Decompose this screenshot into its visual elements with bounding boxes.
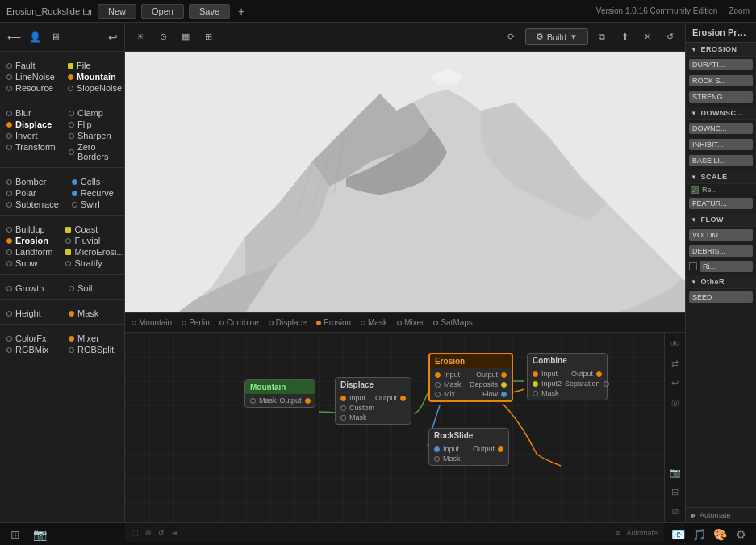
inhibit-btn[interactable]: INHIBIT... — [689, 139, 753, 150]
sidebar-item-recurve[interactable]: Recurve — [65, 187, 124, 199]
close-icon[interactable]: ✕ — [638, 28, 656, 46]
sidebar-item-slopenoise[interactable]: SlopeNoise — [61, 82, 124, 94]
add-tab-button[interactable]: + — [235, 5, 248, 18]
sun-icon[interactable]: ☀ — [132, 28, 149, 46]
new-button[interactable]: New — [98, 4, 136, 19]
layers-icon[interactable]: ⧉ — [667, 503, 683, 519]
sidebar-item-zeroborders[interactable]: Zero Borders — [62, 141, 124, 162]
sidebar-item-rgbmix[interactable]: RGBMix — [0, 344, 62, 355]
grid-icon[interactable]: ▦ — [177, 28, 194, 46]
camera-icon[interactable]: 📷 — [667, 464, 683, 480]
route-icon[interactable]: ⇥ — [171, 529, 178, 537]
erosion-node[interactable]: Erosion Input Output Mask — [428, 353, 513, 402]
sidebar-item-transform[interactable]: Transform — [0, 141, 62, 153]
scale-checkbox[interactable]: ✓ — [691, 186, 699, 194]
sidebar-item-growth[interactable]: Growth — [0, 283, 62, 294]
open-button[interactable]: Open — [141, 4, 184, 19]
sidebar-item-sharpen[interactable]: Sharpen — [62, 130, 124, 141]
build-dropdown-icon[interactable]: ▼ — [570, 32, 578, 41]
app-icon-7[interactable]: 🎨 — [711, 526, 729, 543]
node-tab-mixer[interactable]: Mixer — [397, 318, 424, 327]
app-icon-8[interactable]: ⚙ — [732, 526, 750, 543]
sidebar-item-swirl[interactable]: Swirl — [65, 199, 124, 210]
refresh-icon[interactable]: ↺ — [661, 28, 679, 46]
grid2-icon[interactable]: ⊞ — [667, 484, 683, 500]
sidebar-item-mixer[interactable]: Mixer — [62, 333, 124, 344]
grid-taskbar-icon[interactable]: ⊞ — [6, 526, 24, 543]
circle2-icon[interactable]: ◎ — [667, 394, 683, 410]
displace-node[interactable]: Displace Input Output Custom — [335, 377, 411, 425]
sidebar-item-cells[interactable]: Cells — [65, 176, 124, 187]
automate-icon[interactable]: ⬚ — [132, 529, 139, 537]
sidebar-item-mask[interactable]: Mask — [62, 308, 124, 319]
feature-btn[interactable]: FEATUR... — [689, 198, 753, 209]
sidebar-item-blur[interactable]: Blur — [0, 107, 62, 119]
rock-size-btn[interactable]: ROCK S... — [689, 75, 753, 86]
sidebar-item-resource[interactable]: Resource — [0, 82, 61, 94]
sidebar-item-fault[interactable]: Fault — [0, 60, 61, 71]
build-button[interactable]: ⚙ Build ▼ — [525, 28, 588, 45]
undo-icon[interactable]: ↩ — [108, 31, 118, 44]
sidebar-item-height[interactable]: Height — [0, 308, 62, 319]
sidebar-item-microerosi[interactable]: MicroErosi... — [59, 246, 124, 258]
combine-node[interactable]: Combine Input Output Input2 — [527, 353, 608, 400]
camera-taskbar-icon[interactable]: 📷 — [31, 526, 48, 543]
save-button[interactable]: Save — [189, 4, 230, 19]
sidebar-item-subterrace[interactable]: Subterrace — [0, 199, 65, 210]
settings-icon[interactable]: ⊞ — [199, 28, 217, 46]
arrow-icon[interactable]: ⟵ — [6, 30, 21, 44]
sidebar-item-linenoise[interactable]: LineNoise — [0, 71, 61, 82]
zoom-fit-icon[interactable]: ⊕ — [145, 529, 152, 537]
sidebar-item-mountain[interactable]: Mountain — [61, 71, 124, 82]
node-tab-displace[interactable]: Displace — [269, 318, 307, 327]
monitor-icon[interactable]: 🖥 — [48, 30, 63, 44]
rockslide-node[interactable]: RockSlide Input Output Mask — [428, 428, 509, 466]
sidebar-item-stratify[interactable]: Stratify — [59, 258, 124, 269]
node-tab-erosion[interactable]: Erosion — [316, 318, 351, 327]
person-icon[interactable]: 👤 — [27, 30, 42, 44]
link-icon[interactable]: ⇄ — [667, 355, 683, 371]
duration-btn[interactable]: DURATI... — [689, 59, 753, 70]
sidebar-item-coast[interactable]: Coast — [59, 224, 124, 235]
sidebar-item-file[interactable]: File — [61, 60, 124, 71]
volume-btn[interactable]: VOLUM... — [689, 229, 753, 241]
menu-icon[interactable]: ≡ — [616, 529, 620, 537]
export-icon[interactable]: ⬆ — [616, 28, 633, 46]
sidebar-item-displace[interactable]: Displace — [0, 119, 62, 130]
sidebar-item-invert[interactable]: Invert — [0, 130, 62, 141]
debris-btn[interactable]: DEBRIS... — [689, 245, 753, 257]
node-tab-combine[interactable]: Combine — [219, 318, 259, 327]
cycle-icon[interactable]: ⟳ — [503, 28, 520, 46]
node-canvas[interactable]: Mountain Mask Output — [125, 333, 685, 542]
node-tab-satmaps[interactable]: SatMaps — [433, 318, 472, 327]
ep-others-header[interactable]: ▼ OtheR — [686, 275, 756, 289]
sidebar-item-polar[interactable]: Polar — [0, 187, 65, 199]
sidebar-item-bomber[interactable]: Bomber — [0, 176, 65, 187]
eye-icon[interactable]: 👁 — [667, 336, 683, 352]
sidebar-item-buildup[interactable]: Buildup — [0, 224, 59, 235]
back-icon[interactable]: ↩ — [667, 375, 683, 391]
node-tab-mask[interactable]: Mask — [361, 318, 387, 327]
reset-view-icon[interactable]: ↺ — [158, 529, 165, 537]
sidebar-item-clamp[interactable]: Clamp — [62, 107, 124, 119]
ri-btn[interactable]: Ri... — [700, 261, 753, 272]
mountain-node[interactable]: Mountain Mask Output — [244, 379, 315, 408]
app-icon-6[interactable]: 🎵 — [690, 526, 708, 543]
ep-erosion-header[interactable]: ▼ EROSION — [686, 43, 756, 57]
copy-icon[interactable]: ⧉ — [593, 28, 611, 46]
sidebar-item-soil[interactable]: Soil — [62, 283, 124, 294]
seed-btn[interactable]: SEED — [689, 291, 753, 303]
sidebar-item-snow[interactable]: Snow — [0, 258, 59, 269]
downcut-btn[interactable]: DOWNC... — [689, 123, 753, 134]
sidebar-item-colorfx[interactable]: ColorFx — [0, 333, 62, 344]
node-tab-perlin[interactable]: Perlin — [182, 318, 210, 327]
sidebar-item-fluvial[interactable]: Fluvial — [59, 235, 124, 246]
ri-checkbox[interactable] — [689, 262, 697, 270]
strength-btn[interactable]: STRENG... — [689, 91, 753, 103]
baseline-btn[interactable]: BASE LI... — [689, 155, 753, 166]
sidebar-item-rgbsplit[interactable]: RGBSplit — [62, 344, 124, 355]
sidebar-item-erosion[interactable]: Erosion — [0, 235, 59, 246]
circle-icon[interactable]: ⊙ — [154, 28, 172, 46]
ep-flow-header[interactable]: ▼ FLOW — [686, 213, 756, 227]
ep-scale-header[interactable]: ▼ SCALE — [686, 170, 756, 184]
